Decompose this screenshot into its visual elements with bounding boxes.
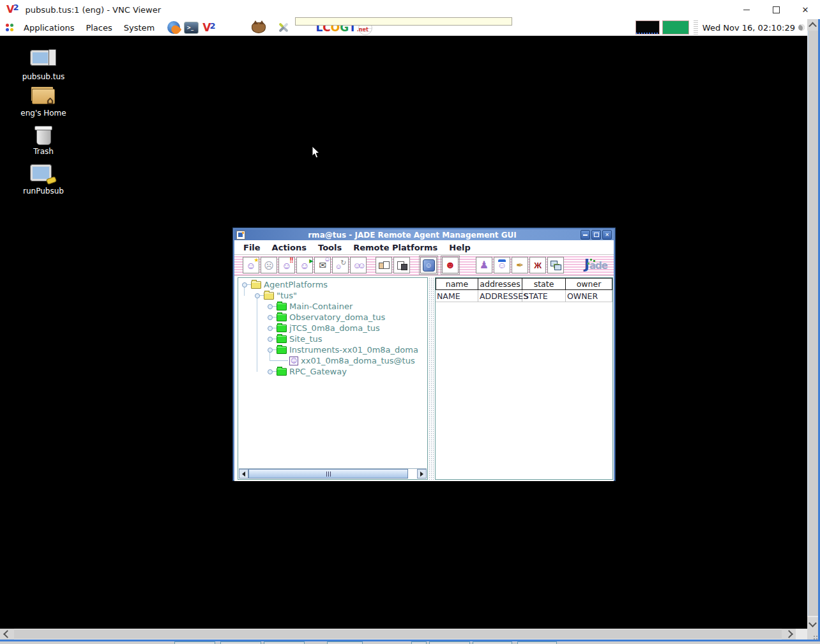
split-pane-divider[interactable] (429, 277, 434, 480)
migrate-agent-button[interactable] (376, 257, 392, 273)
scroll-left-button[interactable] (0, 629, 14, 640)
kill-agent-button[interactable] (261, 257, 277, 273)
horizontal-scrollbar[interactable] (0, 629, 807, 640)
send-message-button[interactable] (314, 257, 331, 273)
agent-tree-panel: AgentPlatforms "tus" Main-Container (238, 277, 428, 480)
memory-monitor-applet (662, 20, 689, 34)
tree-item[interactable]: Observatory_doma_tus (238, 312, 427, 323)
jade-menu-item[interactable]: Tools (318, 243, 342, 252)
tree-expand-handle[interactable] (266, 334, 277, 344)
load-agent-button[interactable] (393, 257, 410, 273)
df-gui-button[interactable] (476, 257, 492, 273)
tree-item[interactable]: Main-Container (238, 301, 427, 312)
tree-expand-handle[interactable] (266, 301, 277, 312)
tree-expand-handle[interactable] (254, 290, 264, 301)
jade-content: AgentPlatforms "tus" Main-Container (234, 276, 614, 481)
tree-expand-handle[interactable] (241, 279, 251, 290)
scroll-left-button[interactable] (239, 469, 248, 479)
panel-menu[interactable]: Places (80, 23, 118, 33)
scroll-up-button[interactable] (807, 19, 818, 31)
sniffer-button[interactable] (420, 257, 437, 273)
firefox-launcher-icon[interactable] (167, 21, 180, 34)
distro-menu-icon[interactable] (4, 22, 15, 33)
wolf-applet-icon[interactable] (252, 22, 266, 33)
suspend-agent-button[interactable] (278, 257, 295, 273)
jade-maximize-button[interactable] (591, 230, 601, 240)
terminal-launcher-icon[interactable] (184, 22, 199, 34)
host-taskbar-edge (0, 641, 820, 644)
desktop-icon-art (29, 85, 57, 107)
desktop-icon-label: eng's Home (15, 109, 72, 118)
scroll-down-button[interactable] (807, 617, 818, 629)
tree-expand-handle[interactable] (279, 355, 289, 366)
tree-horizontal-scrollbar[interactable] (239, 468, 427, 479)
tree-item[interactable]: "tus" (238, 290, 427, 301)
minimize-button[interactable] (732, 0, 761, 19)
vnc-launcher-icon[interactable]: V2 (202, 22, 216, 33)
tree-item[interactable]: jTCS_0m8a_doma_tus (238, 323, 427, 334)
dummy-agent-button[interactable] (332, 257, 349, 273)
table-cell: OWNER (566, 290, 612, 302)
desktop-icon[interactable]: pubsub.tus (15, 49, 72, 81)
tree-node-label: RPC_Gateway (289, 367, 347, 376)
jade-menu-item[interactable]: Actions (272, 243, 307, 252)
taskbar-button-sliver (473, 641, 512, 644)
tree-node-icon (277, 368, 287, 376)
tree-item[interactable]: RPC_Gateway (238, 366, 427, 377)
moon-icon (798, 24, 805, 31)
table-header-cell[interactable]: state (522, 278, 566, 290)
table-header-cell[interactable]: owner (566, 278, 612, 290)
jade-toolbar: Jade (234, 255, 614, 276)
scrollbar-thumb[interactable] (248, 469, 408, 479)
panel-menu[interactable]: System (118, 23, 160, 33)
tools-applet-icon[interactable] (277, 20, 291, 34)
introspector-button[interactable] (442, 257, 459, 273)
desktop-icon[interactable]: eng's Home (15, 85, 72, 118)
resume-agent-button[interactable] (296, 257, 313, 273)
table-header-cell[interactable]: addresses (478, 278, 522, 290)
tree-expand-handle[interactable] (266, 312, 277, 323)
tree-item[interactable]: AgentPlatforms (238, 279, 427, 290)
scroll-right-button[interactable] (782, 629, 796, 640)
vertical-scrollbar-thumb[interactable] (808, 31, 818, 616)
desktop-icon[interactable]: Trash (15, 123, 72, 156)
toolbar-button-icon (445, 260, 456, 271)
taskbar-button-sliver (174, 641, 215, 644)
scrollbar-track[interactable] (408, 469, 417, 479)
toolbar-button-icon (282, 260, 292, 271)
jade-menu-item[interactable]: Remote Platforms (353, 243, 437, 252)
scroll-right-button[interactable] (417, 469, 427, 479)
tree-node-label: AgentPlatforms (264, 280, 328, 289)
maximize-button[interactable] (761, 0, 791, 19)
logger-agent-button[interactable] (547, 257, 564, 273)
table-row[interactable]: NAME ADDRESSES STATE OWNER (436, 290, 612, 302)
panel-menu[interactable]: Applications (18, 23, 80, 33)
close-button[interactable]: ✕ (791, 0, 820, 19)
platform-agent-button[interactable] (494, 257, 510, 273)
table-header-cell[interactable]: name (436, 278, 478, 290)
clock[interactable]: Wed Nov 16, 02:10:29 (702, 23, 795, 33)
log-manager-button[interactable] (512, 257, 528, 273)
jade-minimize-button[interactable] (581, 230, 590, 240)
horizontal-scrollbar-thumb[interactable] (14, 629, 784, 639)
table-cell: NAME (436, 290, 478, 302)
tree-expand-handle[interactable] (266, 366, 277, 377)
tree-expand-handle[interactable] (266, 344, 277, 355)
new-agent-button[interactable] (243, 257, 259, 273)
agent-tree: AgentPlatforms "tus" Main-Container (238, 278, 427, 377)
jade-menu-item[interactable]: File (243, 243, 261, 252)
jade-titlebar[interactable]: rma@tus - JADE Remote Agent Management G… (234, 229, 614, 240)
tree-expand-handle[interactable] (266, 323, 277, 334)
tree-item[interactable]: Instruments-xx01_0m8a_doma (238, 344, 427, 355)
tree-item[interactable]: xx01_0m8a_doma_tus@tus (238, 355, 427, 366)
vertical-scrollbar[interactable] (807, 19, 818, 629)
tree-item[interactable]: Site_tus (238, 334, 427, 344)
jade-menu-item[interactable]: Help (449, 243, 470, 252)
desktop-icon-art (29, 123, 57, 145)
tree-node-icon (277, 314, 287, 321)
debugger-button[interactable] (529, 257, 546, 273)
tree-node-icon (277, 303, 287, 310)
clone-agent-button[interactable] (350, 257, 367, 273)
desktop-icon[interactable]: runPubsub (15, 163, 72, 195)
jade-close-button[interactable] (602, 230, 612, 240)
